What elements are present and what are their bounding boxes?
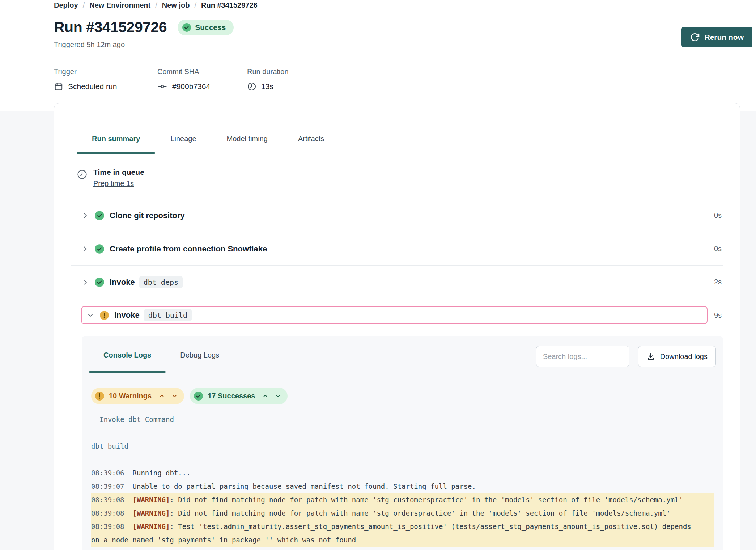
meta-trigger: Trigger Scheduled run bbox=[54, 68, 143, 91]
warning-icon bbox=[99, 310, 109, 320]
meta-duration: Run duration 13s bbox=[233, 68, 289, 91]
log-line-warning: 08:39:08[WARNING]: Did not find matching… bbox=[91, 507, 714, 520]
prep-time-link[interactable]: Prep time 1s bbox=[93, 179, 134, 188]
command-chip: dbt build bbox=[144, 309, 192, 321]
chevron-down-icon[interactable] bbox=[171, 393, 178, 399]
step-title: Invoke bbox=[114, 310, 140, 320]
chevron-up-icon[interactable] bbox=[159, 393, 165, 399]
step-row-dbt-deps[interactable]: Invoke dbt deps 2s bbox=[71, 266, 723, 299]
tab-debug-logs[interactable]: Debug Logs bbox=[166, 346, 234, 373]
rerun-button-label: Rerun now bbox=[705, 33, 744, 42]
chevron-right-icon[interactable] bbox=[82, 245, 89, 253]
chevron-right-icon[interactable] bbox=[82, 279, 89, 286]
step-title: Invoke bbox=[110, 278, 135, 287]
page-title: Run #341529726 bbox=[54, 19, 167, 36]
clock-icon bbox=[247, 82, 256, 91]
log-line-blank bbox=[91, 453, 714, 466]
log-line: Invoke dbt Command bbox=[91, 413, 714, 426]
log-line-warning: 08:39:08[WARNING]: Test 'test.admin_matu… bbox=[91, 520, 714, 547]
successes-count-label: 17 Successes bbox=[208, 392, 255, 400]
step-duration: 9s bbox=[714, 311, 723, 320]
successes-filter-pill[interactable]: 17 Successes bbox=[190, 388, 288, 404]
success-check-icon bbox=[94, 244, 105, 254]
warnings-count-label: 10 Warnings bbox=[109, 392, 152, 400]
log-separator-line: ----------------------------------------… bbox=[91, 426, 714, 440]
tab-model-timing[interactable]: Model timing bbox=[212, 135, 283, 153]
tab-lineage[interactable]: Lineage bbox=[155, 135, 211, 153]
tab-artifacts[interactable]: Artifacts bbox=[283, 135, 339, 153]
log-toolbar: Console Logs Debug Logs Download logs bbox=[89, 336, 716, 373]
success-check-icon bbox=[94, 277, 105, 287]
status-badge-label: Success bbox=[195, 23, 226, 32]
breadcrumb: Deploy / New Environment / New job / Run… bbox=[54, 0, 756, 9]
log-filter-badges: 10 Warnings 17 Successes bbox=[91, 388, 723, 404]
success-check-icon bbox=[194, 391, 203, 401]
status-badge: Success bbox=[178, 20, 234, 35]
success-check-icon bbox=[94, 211, 105, 221]
tab-run-summary[interactable]: Run summary bbox=[77, 135, 155, 153]
duration-value: 13s bbox=[261, 82, 273, 91]
download-icon bbox=[646, 352, 655, 361]
log-line: 08:39:07Unable to do partial parsing bec… bbox=[91, 480, 714, 493]
refresh-icon bbox=[690, 33, 700, 42]
duration-label: Run duration bbox=[247, 68, 289, 76]
warnings-filter-pill[interactable]: 10 Warnings bbox=[91, 388, 184, 404]
trigger-label: Trigger bbox=[54, 68, 143, 76]
chevron-up-icon[interactable] bbox=[262, 393, 268, 399]
step-duration: 0s bbox=[714, 245, 723, 253]
chevron-down-icon[interactable] bbox=[275, 393, 281, 399]
breadcrumb-separator: / bbox=[155, 1, 157, 9]
trigger-value: Scheduled run bbox=[68, 82, 117, 91]
run-detail-page: Deploy / New Environment / New job / Run… bbox=[0, 0, 756, 550]
commit-label: Commit SHA bbox=[157, 68, 233, 76]
time-in-queue-title: Time in queue bbox=[93, 168, 144, 177]
step-duration: 2s bbox=[714, 278, 723, 286]
chevron-right-icon[interactable] bbox=[82, 212, 89, 219]
log-controls: Download logs bbox=[536, 346, 716, 367]
step-row-clone-git[interactable]: Clone git repository 0s bbox=[71, 199, 723, 232]
log-line: 08:39:06Running dbt... bbox=[91, 466, 714, 480]
time-in-queue-block: Time in queue Prep time 1s bbox=[71, 153, 723, 199]
breadcrumb-deploy[interactable]: Deploy bbox=[54, 1, 78, 9]
clock-icon bbox=[77, 169, 88, 180]
step-row-dbt-build: Invoke dbt build 9s bbox=[71, 299, 723, 331]
download-logs-label: Download logs bbox=[660, 352, 708, 361]
log-line-warning: 08:39:08[WARNING]: Did not find matching… bbox=[91, 493, 714, 507]
commit-value: #900b7364 bbox=[172, 82, 210, 91]
run-details-card: Run summary Lineage Model timing Artifac… bbox=[54, 103, 740, 550]
log-tabs: Console Logs Debug Logs bbox=[89, 346, 234, 373]
warning-icon bbox=[95, 391, 105, 401]
breadcrumb-environment[interactable]: New Environment bbox=[89, 1, 150, 9]
triggered-timestamp: Triggered 5h 12m ago bbox=[54, 41, 756, 49]
log-line: dbt build bbox=[91, 440, 714, 453]
log-panel: Console Logs Debug Logs Download logs bbox=[82, 336, 723, 550]
step-dbt-build-header[interactable]: Invoke dbt build bbox=[81, 306, 708, 324]
breadcrumb-run-current: Run #341529726 bbox=[201, 1, 258, 9]
breadcrumb-job[interactable]: New job bbox=[162, 1, 190, 9]
chevron-down-icon[interactable] bbox=[87, 312, 94, 319]
run-tabs: Run summary Lineage Model timing Artifac… bbox=[71, 135, 723, 153]
console-log-output: Invoke dbt Command ---------------------… bbox=[82, 413, 723, 547]
search-logs-input[interactable] bbox=[536, 346, 629, 367]
run-meta: Trigger Scheduled run Commit SHA #900b73… bbox=[54, 68, 756, 91]
title-row: Run #341529726 Success bbox=[54, 19, 756, 36]
rerun-button[interactable]: Rerun now bbox=[681, 27, 753, 47]
step-title: Clone git repository bbox=[110, 211, 185, 220]
tab-console-logs[interactable]: Console Logs bbox=[89, 346, 166, 373]
step-row-create-profile[interactable]: Create profile from connection Snowflake… bbox=[71, 232, 723, 266]
breadcrumb-separator: / bbox=[83, 1, 85, 9]
step-title: Create profile from connection Snowflake bbox=[110, 244, 267, 254]
commit-icon bbox=[157, 82, 167, 91]
step-duration: 0s bbox=[714, 211, 723, 220]
breadcrumb-separator: / bbox=[194, 1, 196, 9]
download-logs-button[interactable]: Download logs bbox=[638, 346, 716, 367]
meta-commit: Commit SHA #900b7364 bbox=[143, 68, 233, 91]
command-chip: dbt deps bbox=[139, 276, 183, 288]
success-check-icon bbox=[182, 23, 191, 32]
calendar-icon bbox=[54, 82, 63, 91]
